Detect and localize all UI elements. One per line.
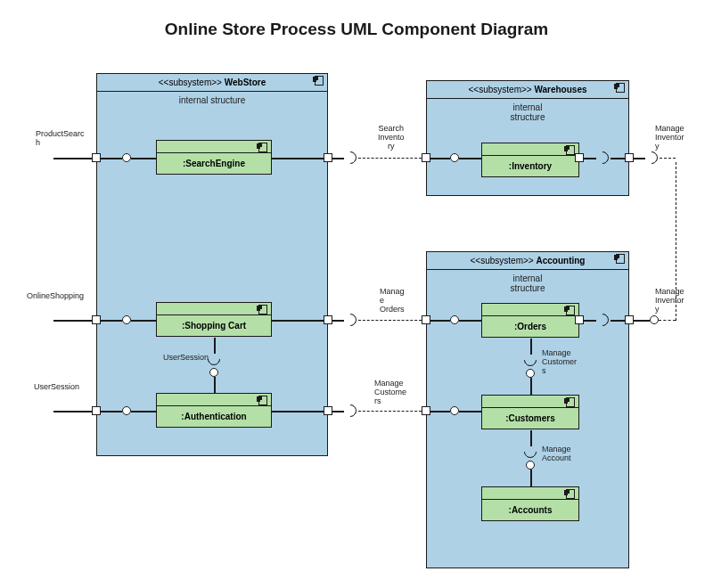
connector (101, 320, 122, 322)
connector (530, 339, 532, 355)
connector (272, 320, 324, 322)
component-icon (614, 254, 625, 262)
provided-interface-icon (450, 153, 459, 162)
subsystem-name: WebStore (225, 78, 266, 87)
label-user-session-int: UserSession (163, 354, 209, 363)
label-online-shopping: OnlineShopping (27, 292, 84, 301)
component-shopping-cart: :Shopping Cart (156, 302, 272, 337)
subsystem-warehouses: <<subsystem>> Warehouses internal struct… (426, 80, 629, 196)
component-orders: :Orders (481, 303, 579, 338)
connector (53, 411, 92, 412)
provided-interface-icon (122, 153, 131, 162)
subsystem-header: <<subsystem>> Warehouses (427, 81, 628, 99)
component-icon (257, 396, 267, 404)
component-search-engine: :SearchEngine (156, 140, 272, 175)
connector (101, 411, 122, 412)
port (324, 315, 332, 324)
component-label: :Customers (482, 408, 578, 429)
port (422, 315, 430, 324)
subsystem-header: <<subsystem>> Accounting (427, 252, 628, 270)
component-icon (564, 397, 575, 405)
port (422, 153, 430, 162)
port (92, 315, 101, 324)
required-interface-icon (643, 149, 660, 167)
diagram-title: Online Store Process UML Component Diagr… (0, 20, 713, 39)
component-accounts: :Accounts (481, 486, 579, 521)
port (625, 153, 634, 162)
subsystem-name: Warehouses (534, 85, 586, 94)
component-label: :Orders (482, 316, 578, 337)
dependency-connector (659, 320, 676, 321)
component-label: :Authentication (157, 406, 271, 427)
connector (272, 411, 324, 412)
required-interface-icon (341, 311, 359, 329)
component-icon (257, 305, 267, 313)
connector (611, 320, 625, 322)
subsystem-header: <<subsystem>> WebStore (97, 74, 327, 92)
component-label: :Inventory (482, 156, 578, 176)
label-user-session-ext: UserSession (34, 383, 79, 392)
connector (584, 320, 596, 322)
required-interface-icon (341, 402, 359, 420)
provided-interface-icon (450, 406, 459, 415)
component-label: :Accounts (482, 500, 578, 520)
component-customers: :Customers (481, 395, 579, 429)
required-interface-icon (341, 149, 359, 167)
component-icon (564, 145, 575, 153)
component-icon (614, 83, 625, 91)
dependency-connector (358, 158, 422, 159)
label-manage-customers-int: Manage Customer s (542, 349, 577, 376)
port (575, 153, 584, 162)
internal-structure-label: internal structure (427, 99, 628, 124)
connector (101, 158, 122, 159)
connector (634, 158, 645, 159)
port (575, 315, 584, 324)
provided-interface-icon (209, 368, 218, 377)
connector (530, 378, 532, 395)
component-icon (257, 143, 267, 151)
connector (430, 158, 450, 159)
connector (430, 411, 450, 412)
internal-structure-label: internal structure (97, 92, 327, 107)
label-manage-customers-ext: Manage Custome rs (374, 380, 406, 406)
stereotype: <<subsystem>> (159, 78, 222, 87)
stereotype: <<subsystem>> (471, 256, 534, 265)
label-manage-orders: Manag e Orders (380, 288, 405, 314)
dependency-connector (660, 158, 676, 159)
connector (530, 470, 532, 486)
component-authentication: :Authentication (156, 393, 272, 428)
component-icon (564, 306, 575, 314)
provided-interface-icon (450, 315, 459, 324)
dependency-connector (358, 411, 422, 412)
connector (459, 158, 481, 159)
component-icon (313, 76, 324, 84)
internal-structure-label: internal structure (427, 270, 628, 295)
component-icon (564, 489, 575, 497)
connector (214, 338, 216, 354)
label-manage-inventory-right: Manage Inventor y (655, 288, 684, 314)
label-manage-account: Manage Account (542, 445, 571, 463)
component-label: :SearchEngine (157, 153, 271, 174)
connector (459, 320, 481, 322)
stereotype: <<subsystem>> (468, 85, 531, 94)
port (422, 406, 430, 415)
port (324, 153, 332, 162)
connector (53, 320, 92, 322)
connector (131, 411, 156, 412)
label-manage-inventory-top: Manage Inventor y (655, 125, 684, 151)
connector (430, 320, 450, 322)
connector (131, 158, 156, 159)
connector (131, 320, 156, 322)
provided-interface-icon (122, 315, 131, 324)
port (625, 315, 634, 324)
port (92, 153, 101, 162)
label-search-inventory: Search Invento ry (378, 125, 405, 151)
connector (53, 158, 92, 159)
connector (332, 411, 344, 412)
provided-interface-icon (526, 461, 535, 470)
connector (214, 377, 216, 393)
provided-interface-icon (526, 369, 535, 378)
label-product-search: ProductSearc h (36, 130, 85, 148)
subsystem-name: Accounting (536, 256, 585, 265)
connector (332, 158, 344, 159)
